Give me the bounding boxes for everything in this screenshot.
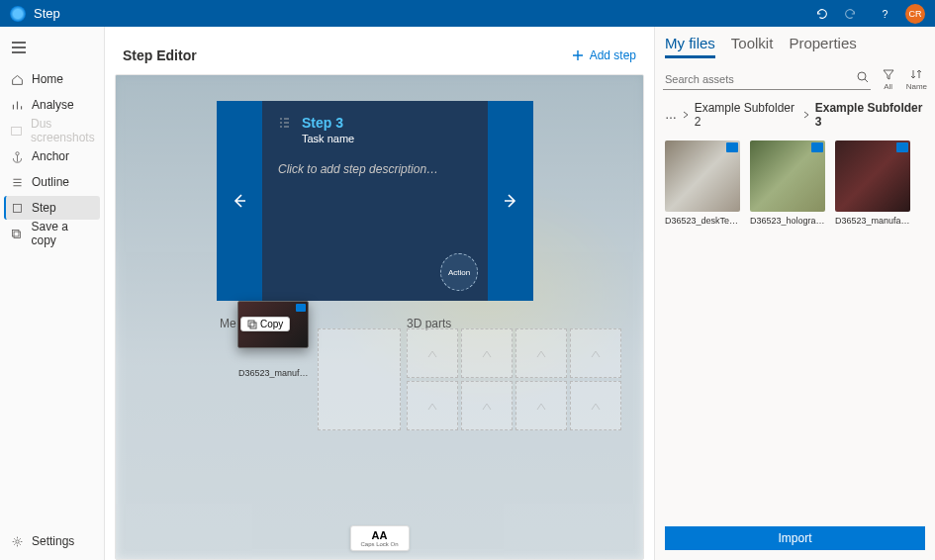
sort-button[interactable]: Name xyxy=(906,68,927,91)
svg-point-6 xyxy=(15,539,18,542)
hamburger-button[interactable] xyxy=(4,33,34,62)
import-button[interactable]: Import xyxy=(665,526,925,550)
media-slot[interactable] xyxy=(461,328,513,378)
analyse-icon xyxy=(10,99,24,112)
image-badge-icon xyxy=(811,142,823,152)
sidebar-item-settings[interactable]: Settings xyxy=(4,529,100,553)
copy-icon xyxy=(10,228,23,240)
sidebar-item-step[interactable]: Step xyxy=(4,196,100,220)
sort-label: Name xyxy=(906,82,927,91)
caps-lock-indicator: AA Caps Lock On xyxy=(349,525,409,551)
asset-item[interactable]: D36523_hologram_w... xyxy=(750,140,825,226)
sidebar-item-analyse[interactable]: Analyse xyxy=(4,93,100,117)
step-description-placeholder[interactable]: Click to add step description… xyxy=(278,162,472,176)
breadcrumb-current: Example Subfolder 3 xyxy=(815,101,925,129)
filter-button[interactable]: All xyxy=(879,68,898,91)
media-slot[interactable] xyxy=(461,381,513,430)
home-icon xyxy=(10,73,24,86)
sidebar-item-label: Dus screenshots xyxy=(31,117,95,144)
media-slot[interactable] xyxy=(407,328,458,378)
next-step-button[interactable] xyxy=(488,101,533,301)
search-icon xyxy=(857,71,869,83)
svg-rect-5 xyxy=(14,232,21,238)
redo-button[interactable] xyxy=(838,2,862,26)
asset-item[interactable]: D36523_deskTeams_... xyxy=(665,140,740,226)
window-title: Step xyxy=(34,6,806,21)
image-icon xyxy=(10,125,23,138)
asset-item[interactable]: D36523_manufacturi... xyxy=(835,140,910,226)
anchor-icon xyxy=(10,150,24,163)
editor-canvas: Step 3 Task name Click to add step descr… xyxy=(115,74,644,560)
chevron-right-icon xyxy=(683,111,689,119)
copy-indicator: Copy xyxy=(240,317,290,331)
action-button[interactable]: Action xyxy=(440,253,478,291)
media-slot[interactable] xyxy=(407,381,458,430)
search-field[interactable] xyxy=(663,69,871,90)
svg-rect-1 xyxy=(12,127,22,135)
add-step-button[interactable]: Add step xyxy=(572,48,636,62)
breadcrumb-item[interactable]: Example Subfolder 2 xyxy=(695,101,797,129)
tab-toolkit[interactable]: Toolkit xyxy=(731,35,774,58)
sidebar-item-label: Save a copy xyxy=(31,220,94,247)
step-number[interactable]: Step 3 xyxy=(302,115,354,131)
sidebar-item-label: Outline xyxy=(32,175,69,189)
asset-name: D36523_manufacturi... xyxy=(835,216,910,226)
right-panel: My files Toolkit Properties All Name … E… xyxy=(654,27,935,560)
sidebar-item-screenshots: Dus screenshots xyxy=(4,119,100,142)
image-badge-icon xyxy=(896,142,908,152)
add-step-label: Add step xyxy=(590,48,636,62)
media-slot[interactable] xyxy=(570,381,621,430)
sidebar-item-label: Analyse xyxy=(32,98,74,112)
copy-icon xyxy=(247,320,257,329)
avatar[interactable]: CR xyxy=(905,4,925,24)
tab-properties[interactable]: Properties xyxy=(789,35,856,58)
asset-thumbnail xyxy=(750,140,825,212)
svg-point-9 xyxy=(858,72,866,80)
caps-glyph: AA xyxy=(360,529,398,541)
tab-my-files[interactable]: My files xyxy=(665,35,715,58)
task-name[interactable]: Task name xyxy=(302,133,354,144)
caps-text: Caps Lock On xyxy=(360,541,398,547)
titlebar: Step ? CR xyxy=(0,0,935,27)
undo-button[interactable] xyxy=(810,2,834,26)
sidebar-item-label: Settings xyxy=(32,534,74,548)
asset-grid: D36523_deskTeams_... D36523_hologram_w..… xyxy=(655,133,935,233)
breadcrumb: … Example Subfolder 2 Example Subfolder … xyxy=(655,97,935,133)
svg-rect-3 xyxy=(13,204,21,212)
sidebar-item-outline[interactable]: Outline xyxy=(4,170,100,194)
filter-label: All xyxy=(884,82,892,91)
outline-icon xyxy=(10,176,24,189)
media-slot[interactable] xyxy=(570,328,621,378)
dragged-asset-name: D36523_manufacturi... xyxy=(238,368,310,378)
svg-rect-8 xyxy=(250,323,256,328)
step-icon xyxy=(10,202,24,215)
asset-thumbnail xyxy=(665,140,740,212)
svg-point-2 xyxy=(15,151,18,154)
help-button[interactable]: ? xyxy=(874,2,897,26)
list-icon xyxy=(278,117,292,129)
asset-name: D36523_hologram_w... xyxy=(750,216,825,226)
svg-rect-4 xyxy=(13,230,20,236)
svg-rect-7 xyxy=(248,321,254,327)
app-icon xyxy=(10,6,26,22)
sidebar-item-save-copy[interactable]: Save a copy xyxy=(4,222,100,245)
search-input[interactable] xyxy=(663,69,871,89)
sidebar-item-label: Home xyxy=(32,72,63,86)
chevron-right-icon xyxy=(803,111,809,119)
panel-tabs: My files Toolkit Properties xyxy=(655,27,935,62)
sort-icon xyxy=(910,68,922,80)
breadcrumb-root[interactable]: … xyxy=(665,108,677,122)
step-card: Step 3 Task name Click to add step descr… xyxy=(217,101,533,301)
sidebar-item-anchor[interactable]: Anchor xyxy=(4,144,100,168)
media-slot-primary[interactable] xyxy=(318,328,401,430)
prev-step-button[interactable] xyxy=(217,101,262,301)
asset-thumbnail xyxy=(835,140,910,212)
sidebar-item-label: Step xyxy=(32,201,56,215)
plus-icon xyxy=(572,49,584,61)
media-slot[interactable] xyxy=(515,328,567,378)
sidebar-item-home[interactable]: Home xyxy=(4,67,100,91)
media-slot[interactable] xyxy=(515,381,567,430)
asset-name: D36523_deskTeams_... xyxy=(665,216,740,226)
sidebar: Home Analyse Dus screenshots Anchor Outl… xyxy=(0,27,105,560)
editor-title: Step Editor xyxy=(123,47,197,63)
